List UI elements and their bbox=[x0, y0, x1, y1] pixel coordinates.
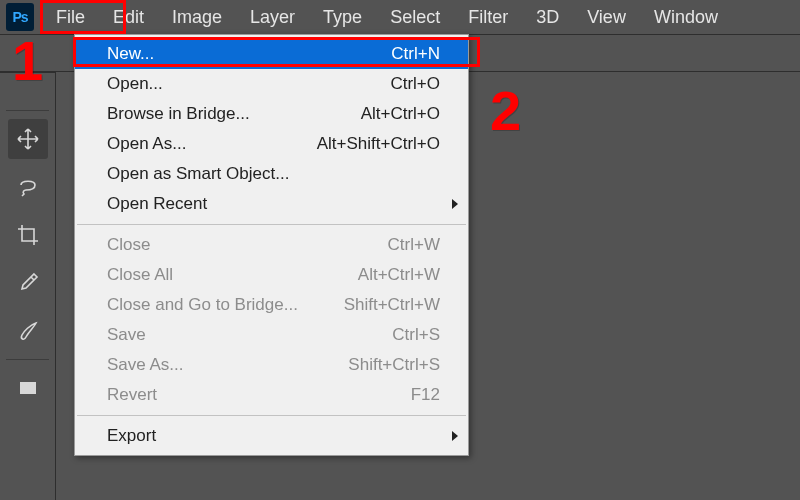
menu-separator bbox=[77, 224, 466, 225]
menu-item-open[interactable]: Open... Ctrl+O bbox=[75, 69, 468, 99]
eyedropper-icon bbox=[16, 271, 40, 295]
menu-item-open-label: Open... bbox=[107, 73, 390, 95]
lasso-icon bbox=[16, 175, 40, 199]
menu-item-close-bridge[interactable]: Close and Go to Bridge... Shift+Ctrl+W bbox=[75, 290, 468, 320]
crop-icon bbox=[16, 223, 40, 247]
menu-separator bbox=[77, 415, 466, 416]
menu-item-revert[interactable]: Revert F12 bbox=[75, 380, 468, 410]
menu-item-revert-label: Revert bbox=[107, 384, 411, 406]
menu-layer[interactable]: Layer bbox=[236, 2, 309, 33]
chevron-right-icon bbox=[452, 431, 458, 441]
menu-item-revert-shortcut: F12 bbox=[411, 384, 440, 406]
menu-3d-label: 3D bbox=[536, 7, 559, 27]
menu-item-close-bridge-shortcut: Shift+Ctrl+W bbox=[344, 294, 440, 316]
menu-type-label: Type bbox=[323, 7, 362, 27]
menu-image-label: Image bbox=[172, 7, 222, 27]
menu-3d[interactable]: 3D bbox=[522, 2, 573, 33]
menu-item-new-label: New... bbox=[107, 43, 391, 65]
menu-item-close[interactable]: Close Ctrl+W bbox=[75, 230, 468, 260]
menu-item-save-as-shortcut: Shift+Ctrl+S bbox=[348, 354, 440, 376]
menu-item-save-as-label: Save As... bbox=[107, 354, 348, 376]
app-icon: Ps bbox=[6, 3, 34, 31]
menu-item-browse-label: Browse in Bridge... bbox=[107, 103, 361, 125]
menu-item-close-all[interactable]: Close All Alt+Ctrl+W bbox=[75, 260, 468, 290]
brush-tool[interactable] bbox=[8, 311, 48, 351]
menu-window-label: Window bbox=[654, 7, 718, 27]
menu-edit[interactable]: Edit bbox=[99, 2, 158, 33]
menu-view[interactable]: View bbox=[573, 2, 640, 33]
menu-filter-label: Filter bbox=[468, 7, 508, 27]
menu-item-browse-bridge[interactable]: Browse in Bridge... Alt+Ctrl+O bbox=[75, 99, 468, 129]
menu-item-save-label: Save bbox=[107, 324, 392, 346]
menu-item-open-as[interactable]: Open As... Alt+Shift+Ctrl+O bbox=[75, 129, 468, 159]
menu-item-export[interactable]: Export bbox=[75, 421, 468, 451]
eyedropper-tool[interactable] bbox=[8, 263, 48, 303]
tool-divider bbox=[6, 359, 49, 360]
move-tool[interactable] bbox=[8, 119, 48, 159]
menu-item-browse-shortcut: Alt+Ctrl+O bbox=[361, 103, 440, 125]
menu-image[interactable]: Image bbox=[158, 2, 236, 33]
tool-panel-header bbox=[6, 87, 49, 111]
menu-item-new-shortcut: Ctrl+N bbox=[391, 43, 440, 65]
menu-item-open-shortcut: Ctrl+O bbox=[390, 73, 440, 95]
menu-item-open-as-label: Open As... bbox=[107, 133, 317, 155]
menu-layer-label: Layer bbox=[250, 7, 295, 27]
menu-item-close-label: Close bbox=[107, 234, 388, 256]
menu-item-save[interactable]: Save Ctrl+S bbox=[75, 320, 468, 350]
crop-tool[interactable] bbox=[8, 215, 48, 255]
menu-item-open-recent[interactable]: Open Recent bbox=[75, 189, 468, 219]
chevron-right-icon bbox=[452, 199, 458, 209]
menu-view-label: View bbox=[587, 7, 626, 27]
menu-item-open-smart-label: Open as Smart Object... bbox=[107, 163, 440, 185]
rectangle-tool[interactable] bbox=[8, 368, 48, 408]
menu-filter[interactable]: Filter bbox=[454, 2, 522, 33]
menu-item-save-shortcut: Ctrl+S bbox=[392, 324, 440, 346]
menu-file-label: File bbox=[56, 7, 85, 27]
menu-item-open-as-shortcut: Alt+Shift+Ctrl+O bbox=[317, 133, 440, 155]
menu-window[interactable]: Window bbox=[640, 2, 732, 33]
brush-icon bbox=[16, 319, 40, 343]
menu-bar: Ps File Edit Image Layer Type Select Fil… bbox=[0, 0, 800, 34]
lasso-tool[interactable] bbox=[8, 167, 48, 207]
menu-edit-label: Edit bbox=[113, 7, 144, 27]
file-menu-dropdown: New... Ctrl+N Open... Ctrl+O Browse in B… bbox=[74, 34, 469, 456]
menu-item-close-all-shortcut: Alt+Ctrl+W bbox=[358, 264, 440, 286]
menu-item-close-bridge-label: Close and Go to Bridge... bbox=[107, 294, 344, 316]
menu-item-save-as[interactable]: Save As... Shift+Ctrl+S bbox=[75, 350, 468, 380]
menu-select-label: Select bbox=[390, 7, 440, 27]
menu-item-open-smart[interactable]: Open as Smart Object... bbox=[75, 159, 468, 189]
menu-item-close-shortcut: Ctrl+W bbox=[388, 234, 440, 256]
menu-select[interactable]: Select bbox=[376, 2, 454, 33]
menu-file[interactable]: File bbox=[42, 2, 99, 33]
move-icon bbox=[16, 127, 40, 151]
svg-rect-0 bbox=[20, 382, 36, 394]
menu-item-open-recent-label: Open Recent bbox=[107, 193, 440, 215]
tool-panel bbox=[0, 72, 56, 500]
menu-item-new[interactable]: New... Ctrl+N bbox=[75, 39, 468, 69]
menu-item-export-label: Export bbox=[107, 425, 440, 447]
annotation-number-2: 2 bbox=[490, 78, 521, 143]
menu-item-close-all-label: Close All bbox=[107, 264, 358, 286]
rectangle-icon bbox=[16, 376, 40, 400]
menu-type[interactable]: Type bbox=[309, 2, 376, 33]
app-icon-text: Ps bbox=[12, 9, 27, 25]
